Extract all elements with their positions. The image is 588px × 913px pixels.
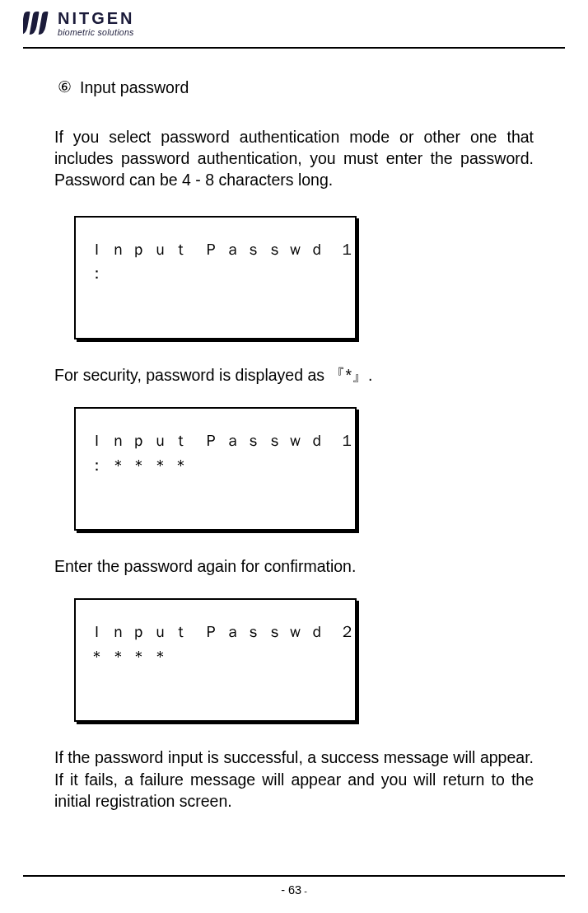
- page-content: ⑥ Input password If you select password …: [23, 49, 565, 876]
- lcd1-line1: Ｉｎｐｕｔ Ｐａｓｓｗｄ １: [89, 237, 343, 261]
- brand-name: NITGEN: [58, 10, 135, 26]
- brand-tagline: biometric solutions: [58, 28, 135, 37]
- step-marker: ⑥: [58, 77, 72, 98]
- lcd3-line2: ＊＊＊＊: [89, 644, 343, 668]
- page-footer: - 63 -: [23, 877, 565, 897]
- paragraph-confirm: Enter the password again for confirmatio…: [54, 555, 534, 577]
- page-number: 63: [288, 883, 301, 897]
- paragraph-intro: If you select password authentication mo…: [54, 126, 534, 191]
- footer-dash-left: -: [281, 883, 288, 897]
- page-header: NITGEN biometric solutions: [23, 10, 565, 44]
- lcd3-line1: Ｉｎｐｕｔ Ｐａｓｓｗｄ ２: [89, 620, 343, 644]
- lcd-screen-3: Ｉｎｐｕｔ Ｐａｓｓｗｄ ２ ＊＊＊＊: [74, 598, 357, 722]
- paragraph-result: If the password input is successful, a s…: [54, 747, 534, 812]
- lcd-screen-2: Ｉｎｐｕｔ Ｐａｓｓｗｄ １ ：＊＊＊＊: [74, 407, 357, 531]
- step-title: Input password: [80, 77, 189, 98]
- nitgen-logo-icon: [23, 10, 53, 36]
- footer-dash-right: -: [301, 886, 307, 896]
- lcd2-line1: Ｉｎｐｕｔ Ｐａｓｓｗｄ １: [89, 428, 343, 452]
- lcd1-line2: ：: [89, 261, 343, 285]
- lcd2-line2: ：＊＊＊＊: [89, 453, 343, 477]
- paragraph-security: For security, password is displayed as 『…: [54, 364, 534, 386]
- lcd-screen-1: Ｉｎｐｕｔ Ｐａｓｓｗｄ １ ：: [74, 216, 357, 339]
